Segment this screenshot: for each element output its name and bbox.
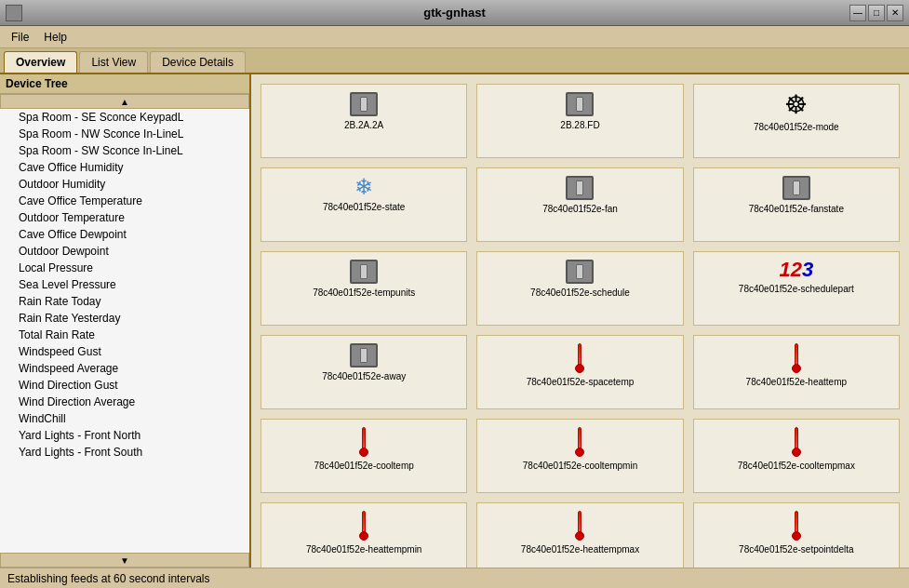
device-icon-number: 123	[779, 260, 813, 280]
device-card[interactable]: 12378c40e01f52e-schedulepart	[693, 251, 900, 326]
device-label: 78c40e01f52e-away	[322, 371, 406, 381]
device-icon-thermometer	[792, 343, 801, 373]
device-card[interactable]: 78c40e01f52e-heattempmin	[261, 502, 467, 568]
device-label: 2B.28.FD	[560, 120, 599, 130]
device-card[interactable]: ❄78c40e01f52e-state	[261, 167, 467, 242]
device-card[interactable]: ☸78c40e01f52e-mode	[693, 84, 900, 158]
tree-item[interactable]: Spa Room - SE Sconce KeypadL	[0, 109, 249, 126]
device-card[interactable]: 78c40e01f52e-fan	[476, 167, 683, 242]
device-card[interactable]: 78c40e01f52e-schedule	[476, 251, 683, 326]
tree-scroll-up[interactable]: ▲	[0, 94, 249, 109]
device-label: 2B.2A.2A	[344, 120, 383, 130]
tabbar: Overview List View Device Details	[0, 48, 909, 74]
device-label: 78c40e01f52e-cooltemp	[314, 461, 414, 471]
device-card[interactable]: 2B.2A.2A	[261, 84, 467, 158]
device-icon-thermometer	[359, 511, 368, 541]
device-card[interactable]: 2B.28.FD	[476, 84, 683, 158]
device-label: 78c40e01f52e-fan	[542, 204, 618, 214]
tree-scroll[interactable]: Spa Room - SE Sconce KeypadLSpa Room - N…	[0, 109, 249, 553]
device-label: 78c40e01f52e-heattempmax	[521, 544, 639, 555]
device-icon-snowflake: ❄	[354, 176, 373, 198]
tab-listview[interactable]: List View	[79, 51, 148, 73]
window-controls: — □ ✕	[849, 5, 903, 21]
device-label: 78c40e01f52e-tempunits	[313, 287, 415, 298]
device-icon-thermometer	[575, 511, 584, 541]
tree-item[interactable]: Wind Direction Gust	[0, 377, 249, 394]
device-icon-thermometer	[575, 427, 584, 457]
tree-scroll-down[interactable]: ▼	[0, 553, 249, 568]
tree-item[interactable]: Windspeed Gust	[0, 343, 249, 360]
device-label: 78c40e01f52e-state	[323, 202, 405, 212]
device-grid: 2B.2A.2A 2B.28.FD☸78c40e01f52e-mode❄78c4…	[261, 84, 900, 568]
status-text: Establishing feeds at 60 second interval…	[7, 572, 209, 585]
device-card[interactable]: 78c40e01f52e-setpointdelta	[693, 502, 900, 568]
help-menu[interactable]: Help	[36, 29, 74, 46]
device-card[interactable]: 78c40e01f52e-spacetemp	[476, 335, 683, 409]
device-icon-switch	[350, 92, 378, 116]
tree-item[interactable]: Spa Room - NW Sconce In-LineL	[0, 126, 249, 142]
tree-item[interactable]: Windspeed Average	[0, 360, 249, 377]
titlebar: gtk-gnhast — □ ✕	[0, 0, 909, 26]
grid-panel[interactable]: 2B.2A.2A 2B.28.FD☸78c40e01f52e-mode❄78c4…	[251, 74, 909, 568]
app-icon	[6, 5, 22, 21]
device-icon-switch	[782, 176, 810, 200]
tab-devicedetails[interactable]: Device Details	[150, 51, 246, 73]
tree-item[interactable]: Cave Office Dewpoint	[0, 226, 249, 243]
device-card[interactable]: 78c40e01f52e-heattemp	[693, 335, 900, 409]
app-title: gtk-gnhast	[423, 6, 485, 20]
tree-item[interactable]: Cave Office Humidity	[0, 159, 249, 176]
tree-header: Device Tree	[0, 74, 249, 94]
device-icon-switch	[566, 92, 594, 116]
tree-item[interactable]: Sea Level Pressure	[0, 276, 249, 293]
tree-item[interactable]: Yard Lights - Front South	[0, 444, 249, 461]
main-content: Device Tree ▲ Spa Room - SE Sconce Keypa…	[0, 74, 909, 568]
device-icon-switch	[566, 260, 594, 284]
device-label: 78c40e01f52e-heattemp	[746, 377, 847, 387]
tree-item[interactable]: Outdoor Dewpoint	[0, 243, 249, 260]
device-card[interactable]: 78c40e01f52e-tempunits	[261, 251, 467, 326]
tree-item[interactable]: Spa Room - SW Sconce In-LineL	[0, 142, 249, 159]
device-label: 78c40e01f52e-setpointdelta	[739, 544, 853, 555]
device-card[interactable]: 78c40e01f52e-cooltemp	[261, 419, 467, 493]
tab-overview[interactable]: Overview	[4, 51, 77, 73]
tree-item[interactable]: Outdoor Temperature	[0, 209, 249, 226]
device-icon-switch	[350, 260, 378, 284]
tree-panel: Device Tree ▲ Spa Room - SE Sconce Keypa…	[0, 74, 251, 568]
maximize-button[interactable]: □	[868, 5, 885, 21]
device-card[interactable]: 78c40e01f52e-cooltempmax	[693, 419, 900, 493]
device-label: 78c40e01f52e-heattempmin	[306, 544, 422, 555]
device-icon-thermometer	[792, 511, 801, 541]
tree-item[interactable]: Rain Rate Yesterday	[0, 310, 249, 327]
tree-item[interactable]: Wind Direction Average	[0, 394, 249, 410]
close-button[interactable]: ✕	[887, 5, 903, 21]
device-card[interactable]: 78c40e01f52e-heattempmax	[476, 502, 683, 568]
device-label: 78c40e01f52e-schedule	[530, 287, 630, 298]
device-icon-fan: ☸	[784, 92, 808, 118]
tree-item[interactable]: WindChill	[0, 410, 249, 427]
tree-item[interactable]: Yard Lights - Front North	[0, 427, 249, 444]
device-label: 78c40e01f52e-cooltempmax	[738, 461, 855, 471]
minimize-button[interactable]: —	[849, 5, 866, 21]
device-label: 78c40e01f52e-schedulepart	[739, 284, 854, 294]
tree-item[interactable]: Cave Office Temperature	[0, 193, 249, 209]
device-card[interactable]: 78c40e01f52e-away	[261, 335, 467, 409]
device-icon-thermometer	[359, 427, 368, 457]
device-label: 78c40e01f52e-cooltempmin	[523, 461, 637, 471]
device-card[interactable]: 78c40e01f52e-cooltempmin	[476, 419, 683, 493]
statusbar: Establishing feeds at 60 second interval…	[0, 568, 909, 588]
tree-item[interactable]: Local Pressure	[0, 260, 249, 276]
device-icon-thermometer	[792, 427, 801, 457]
device-icon-thermometer	[575, 343, 584, 373]
tree-item[interactable]: Rain Rate Today	[0, 293, 249, 310]
menubar: File Help	[0, 26, 909, 48]
device-label: 78c40e01f52e-fanstate	[749, 204, 844, 214]
device-label: 78c40e01f52e-spacetemp	[527, 377, 635, 387]
device-icon-switch	[350, 343, 378, 368]
device-card[interactable]: 78c40e01f52e-fanstate	[693, 167, 900, 242]
tree-item[interactable]: Outdoor Humidity	[0, 176, 249, 193]
device-label: 78c40e01f52e-mode	[754, 122, 839, 132]
tree-item[interactable]: Total Rain Rate	[0, 327, 249, 343]
device-icon-switch	[566, 176, 594, 200]
file-menu[interactable]: File	[4, 29, 36, 46]
